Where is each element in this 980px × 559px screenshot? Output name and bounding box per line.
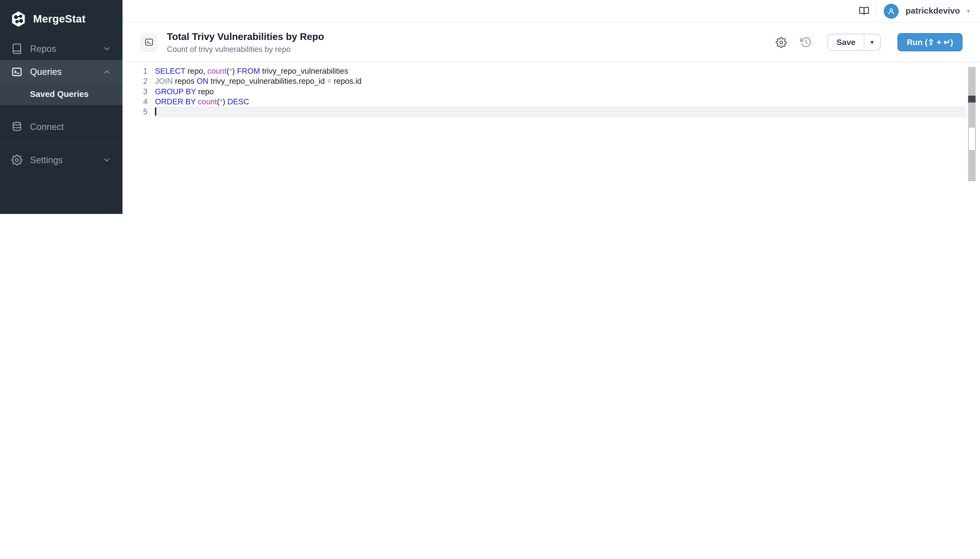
- save-button[interactable]: Save: [828, 35, 863, 50]
- sidebar-item-label: Connect: [30, 122, 111, 132]
- code-text: ORDER BY count(*) DESC: [155, 97, 966, 107]
- mergestat-logo-icon: [10, 10, 27, 28]
- sidebar: MergeStat ReposQueriesSaved QueriesConne…: [0, 0, 122, 214]
- topbar: patrickdevivo ▾: [122, 0, 980, 23]
- history-icon[interactable]: [800, 36, 812, 48]
- save-menu-caret-icon[interactable]: ▼: [864, 35, 880, 50]
- book-icon: [11, 43, 23, 54]
- sidebar-item-label: Settings: [30, 155, 102, 165]
- topbar-divider: [876, 5, 877, 17]
- sidebar-item-settings[interactable]: Settings: [0, 148, 122, 171]
- terminal-icon: [11, 66, 23, 77]
- code-text: SELECT repo, count(*) FROM trivy_repo_vu…: [155, 66, 966, 76]
- sidebar-item-connect[interactable]: Connect: [0, 115, 122, 138]
- sidebar-item-repos[interactable]: Repos: [0, 37, 122, 60]
- sidebar-nav: ReposQueriesSaved QueriesConnectSettings: [0, 37, 122, 171]
- line-number: 1: [122, 66, 155, 76]
- app-title: MergeStat: [33, 13, 86, 25]
- username[interactable]: patrickdevivo: [906, 6, 960, 16]
- query-terminal-icon: [140, 33, 157, 51]
- line-number: 2: [122, 76, 155, 87]
- editor-line[interactable]: 3GROUP BY repo: [122, 87, 980, 97]
- editor-scrollbar-thumb[interactable]: [968, 96, 975, 103]
- query-header: Total Trivy Vulnerabilities by Repo Coun…: [122, 23, 980, 63]
- sidebar-item-saved-queries[interactable]: Saved Queries: [0, 83, 122, 105]
- logo[interactable]: MergeStat: [0, 0, 122, 37]
- editor-line[interactable]: 1SELECT repo, count(*) FROM trivy_repo_v…: [122, 66, 980, 76]
- gear-icon: [11, 154, 23, 165]
- editor-line[interactable]: 2JOIN repos ON trivy_repo_vulnerabilitie…: [122, 76, 980, 87]
- line-number: 5: [122, 107, 155, 117]
- query-actions: Save ▼ Run (⇧ + ↵): [776, 33, 962, 51]
- sidebar-item-queries[interactable]: Queries: [0, 60, 122, 83]
- sidebar-item-label: Queries: [30, 66, 102, 76]
- line-number: 3: [122, 87, 155, 97]
- chevron-down-icon: [102, 44, 111, 53]
- chevron-down-icon: [102, 155, 111, 164]
- page-subtitle: Count of trivy vulnerabilities by repo: [167, 45, 776, 54]
- code-text: JOIN repos ON trivy_repo_vulnerabilities…: [155, 76, 966, 87]
- line-number: 4: [122, 97, 155, 107]
- code-text: [155, 107, 966, 117]
- main-area: patrickdevivo ▾ Total Trivy Vulnerabilit…: [122, 0, 980, 214]
- editor-scrollbar-viewport: [968, 127, 975, 150]
- query-settings-gear-icon[interactable]: [776, 36, 787, 48]
- database-icon: [11, 121, 23, 132]
- chevron-up-icon: [102, 67, 111, 76]
- sidebar-item-label: Repos: [30, 43, 102, 54]
- text-cursor: [155, 108, 156, 116]
- save-split-button: Save ▼: [828, 34, 881, 51]
- sidebar-section-divider: [0, 105, 122, 110]
- editor-line[interactable]: 5: [122, 107, 980, 117]
- sql-editor[interactable]: 1SELECT repo, count(*) FROM trivy_repo_v…: [122, 63, 980, 214]
- app-window: MergeStat ReposQueriesSaved QueriesConne…: [0, 0, 980, 214]
- sidebar-section-divider: [0, 138, 122, 143]
- editor-line[interactable]: 4ORDER BY count(*) DESC: [122, 97, 980, 107]
- sidebar-item-label: Saved Queries: [30, 89, 111, 99]
- user-menu-caret-icon[interactable]: ▾: [967, 7, 970, 14]
- editor-scrollbar[interactable]: [968, 67, 975, 181]
- query-titles: Total Trivy Vulnerabilities by Repo Coun…: [167, 31, 776, 53]
- editor-lines: 1SELECT repo, count(*) FROM trivy_repo_v…: [122, 66, 980, 117]
- avatar[interactable]: [884, 3, 899, 18]
- docs-book-icon[interactable]: [859, 6, 869, 16]
- page-title: Total Trivy Vulnerabilities by Repo: [167, 31, 776, 42]
- run-button[interactable]: Run (⇧ + ↵): [897, 33, 962, 51]
- code-text: GROUP BY repo: [155, 87, 966, 97]
